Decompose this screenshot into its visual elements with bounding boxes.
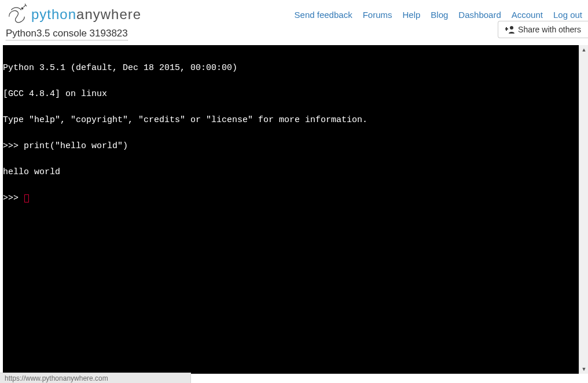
nav-help[interactable]: Help (402, 10, 420, 20)
status-url: https://www.pythonanywhere.com (5, 374, 108, 382)
top-nav: Send feedback Forums Help Blog Dashboard… (295, 10, 582, 20)
console-title[interactable]: Python3.5 console 3193823 (6, 28, 128, 40)
nav-forums[interactable]: Forums (363, 10, 392, 20)
share-button[interactable]: Share with others (498, 21, 588, 38)
terminal-container: Python 3.5.1 (default, Dec 18 2015, 00:0… (3, 45, 585, 374)
terminal-line: Type "help", "copyright", "credits" or "… (3, 116, 582, 124)
terminal-line: hello world (3, 168, 582, 176)
subheader: Python3.5 console 3193823 Share with oth… (0, 28, 588, 45)
nav-send-feedback[interactable]: Send feedback (295, 10, 352, 20)
scroll-up-arrow-icon[interactable]: ▲ (579, 45, 588, 54)
scroll-track[interactable] (579, 54, 588, 364)
terminal-prompt: >>> (3, 193, 24, 203)
svg-rect-5 (505, 28, 508, 30)
nav-logout[interactable]: Log out (553, 10, 582, 20)
nav-account[interactable]: Account (512, 10, 543, 20)
terminal-cursor (24, 194, 29, 202)
snake-icon (6, 3, 28, 25)
terminal-line: >>> print("hello world") (3, 142, 582, 150)
svg-point-6 (510, 26, 513, 30)
brand-logo[interactable]: pythonanywhere (6, 3, 141, 25)
svg-line-3 (25, 3, 25, 5)
scroll-down-arrow-icon[interactable]: ▼ (579, 364, 588, 374)
terminal-line: Python 3.5.1 (default, Dec 18 2015, 00:0… (3, 64, 582, 72)
svg-line-2 (25, 5, 27, 6)
svg-point-0 (21, 8, 23, 9)
add-user-icon (505, 25, 514, 34)
nav-dashboard[interactable]: Dashboard (458, 10, 501, 20)
terminal-line: [GCC 4.8.4] on linux (3, 90, 582, 98)
terminal[interactable]: Python 3.5.1 (default, Dec 18 2015, 00:0… (3, 45, 582, 374)
terminal-prompt-line: >>> (3, 194, 582, 202)
brand-text: pythonanywhere (31, 6, 141, 23)
svg-line-1 (23, 5, 25, 8)
vertical-scrollbar[interactable]: ▲ ▼ (579, 45, 588, 374)
nav-blog[interactable]: Blog (431, 10, 448, 20)
share-button-label: Share with others (518, 25, 581, 34)
status-bar: https://www.pythonanywhere.com (0, 373, 191, 383)
